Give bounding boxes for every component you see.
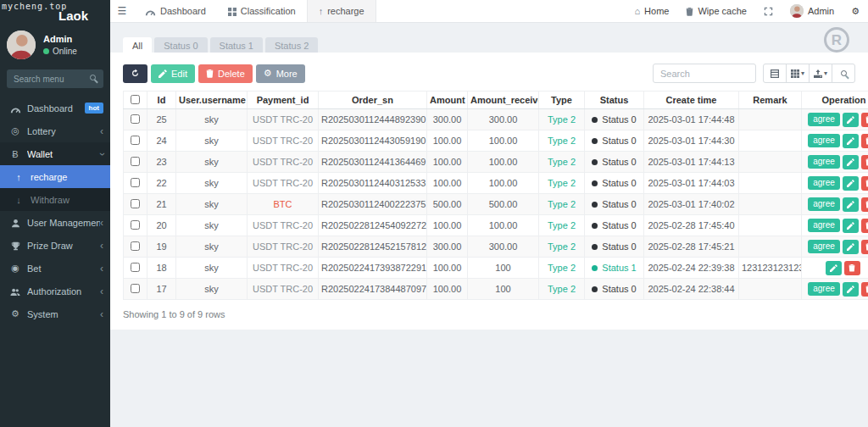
select-all-checkbox[interactable] <box>131 95 140 104</box>
tab-status-2[interactable]: Status 2 <box>265 37 318 54</box>
agree-button[interactable]: agree <box>808 134 840 147</box>
edit-row-button[interactable] <box>843 219 859 233</box>
status-label: Status 1 <box>602 263 636 273</box>
agree-button[interactable]: agree <box>808 155 840 169</box>
tab-all[interactable]: All <box>123 37 152 54</box>
row-checkbox[interactable] <box>131 263 140 272</box>
home-link[interactable]: ⌂ Home <box>626 0 677 23</box>
table-row[interactable]: 21 sky BTC R2025030112400222375 500.00 5… <box>124 194 868 215</box>
admin-menu[interactable]: Admin <box>782 0 843 23</box>
delete-button[interactable]: Delete <box>198 64 253 83</box>
cell-username: sky <box>176 109 248 130</box>
delete-row-button[interactable] <box>861 113 868 127</box>
sidebar-item-dashboard[interactable]: Dashboard hot <box>0 97 110 119</box>
edit-row-button[interactable] <box>843 155 859 169</box>
edit-row-button[interactable] <box>843 134 859 148</box>
row-checkbox[interactable] <box>131 157 140 166</box>
home-icon: ⌂ <box>634 6 640 16</box>
edit-row-button[interactable] <box>826 261 842 275</box>
agree-button[interactable]: agree <box>808 197 840 211</box>
export-button[interactable]: ▾ <box>809 64 832 83</box>
status-dot <box>592 202 598 208</box>
row-checkbox[interactable] <box>131 241 140 251</box>
wipe-cache-link[interactable]: Wipe cache <box>677 0 754 23</box>
sidebar-search-input[interactable] <box>7 69 103 88</box>
sidebar-item-authorization[interactable]: Authorization ‹ <box>0 280 110 302</box>
status-dot <box>592 180 598 186</box>
table-row[interactable]: 19 sky USDT TRC-20 R2025022812452157812 … <box>124 236 868 258</box>
table-row[interactable]: 25 sky USDT TRC-20 R2025030112444892390 … <box>124 109 868 130</box>
row-checkbox[interactable] <box>131 178 140 187</box>
nav-tab-dashboard[interactable]: Dashboard <box>134 0 217 22</box>
cell-create-time: 2025-02-28 17:45:21 <box>644 236 739 258</box>
advanced-search-button[interactable] <box>832 64 855 83</box>
table-row[interactable]: 17 sky USDT TRC-20 R2025022417384487097 … <box>124 279 868 300</box>
table-row[interactable]: 20 sky USDT TRC-20 R2025022812454092272 … <box>124 215 868 236</box>
delete-row-button[interactable] <box>861 176 868 191</box>
columns-button[interactable]: ▾ <box>786 64 810 83</box>
edit-row-button[interactable] <box>843 282 859 297</box>
table-row[interactable]: 18 sky USDT TRC-20 R2025022417393872291 … <box>124 258 868 279</box>
table-panel: Edit Delete ⚙ More ▾ ▾ <box>110 53 868 330</box>
delete-row-button[interactable] <box>861 197 868 212</box>
cell-id: 18 <box>147 258 176 279</box>
row-checkbox[interactable] <box>131 199 140 208</box>
status-badge: Status 0 <box>592 114 636 125</box>
table-row[interactable]: 22 sky USDT TRC-20 R2025030112440312533 … <box>124 173 868 194</box>
tab-status-0[interactable]: Status 0 <box>154 37 207 54</box>
delete-row-button[interactable] <box>861 134 868 148</box>
tab-status-1[interactable]: Status 1 <box>210 37 263 54</box>
agree-button[interactable]: agree <box>808 113 840 126</box>
delete-row-button[interactable] <box>861 240 868 254</box>
nav-tab-label: recharge <box>327 6 364 16</box>
sidebar-item-system[interactable]: ⚙ System ‹ <box>0 302 110 325</box>
payment-cell: BTC <box>248 194 319 215</box>
sidebar-item-withdraw[interactable]: ↓ Withdraw <box>0 188 110 211</box>
table-row[interactable]: 23 sky USDT TRC-20 R2025030112441364469 … <box>124 152 868 173</box>
status-label: Status 0 <box>602 178 636 188</box>
sidebar-toggle-icon[interactable]: ☰ <box>110 0 134 22</box>
edit-row-button[interactable] <box>843 113 859 127</box>
agree-button[interactable]: agree <box>808 282 840 296</box>
agree-button[interactable]: agree <box>808 240 840 253</box>
delete-row-button[interactable] <box>861 219 868 233</box>
cell-order-sn: R2025022812452157812 <box>319 236 427 258</box>
cell-username: sky <box>176 236 248 258</box>
edit-row-button[interactable] <box>843 240 859 254</box>
toggle-view-button[interactable] <box>763 64 787 83</box>
edit-row-button[interactable] <box>843 176 859 191</box>
sidebar-search <box>7 69 103 88</box>
sidebar-item-user-management[interactable]: User Management ‹ <box>0 211 110 234</box>
nav-tab-recharge[interactable]: ↑ recharge <box>307 0 376 22</box>
nav-tab-classification[interactable]: Classification <box>217 0 307 22</box>
delete-row-button[interactable] <box>844 261 860 275</box>
settings-icon[interactable]: ⚙ <box>843 0 868 23</box>
hot-badge: hot <box>85 103 103 114</box>
edit-row-button[interactable] <box>843 197 859 212</box>
sidebar-item-bet[interactable]: ◉ Bet ‹ <box>0 257 110 280</box>
agree-button[interactable]: agree <box>808 219 840 232</box>
sidebar-item-prize-draw[interactable]: Prize Draw ‹ <box>0 234 110 257</box>
sidebar-item-lottery[interactable]: ◎ Lottery ‹ <box>0 119 110 142</box>
row-checkbox[interactable] <box>131 220 140 230</box>
sidebar-item-wallet[interactable]: Ƀ Wallet ‹ <box>0 142 110 165</box>
filter-tabs: All Status 0 Status 1 Status 2 <box>123 37 318 54</box>
more-button[interactable]: ⚙ More <box>256 64 305 83</box>
user-status: Online <box>43 47 77 56</box>
table-search-input[interactable] <box>653 64 756 83</box>
delete-row-button[interactable] <box>861 155 868 169</box>
delete-row-button[interactable] <box>861 282 868 297</box>
row-checkbox[interactable] <box>131 114 140 124</box>
fullscreen-button[interactable] <box>755 0 782 23</box>
main-area: ☰ Dashboard Classification ↑ recharge ⌂ … <box>110 0 868 427</box>
sidebar-item-recharge[interactable]: ↑ recharge <box>0 165 110 188</box>
cell-id: 20 <box>147 215 176 236</box>
agree-button[interactable]: agree <box>808 176 840 190</box>
cell-order-sn: R2025030112444892390 <box>319 109 427 130</box>
refresh-button[interactable] <box>123 64 147 83</box>
edit-button[interactable]: Edit <box>151 64 195 83</box>
row-checkbox[interactable] <box>131 136 140 145</box>
table-row[interactable]: 24 sky USDT TRC-20 R2025030112443059190 … <box>124 130 868 152</box>
row-checkbox[interactable] <box>131 284 140 293</box>
cell-type: Type 2 <box>539 173 585 194</box>
